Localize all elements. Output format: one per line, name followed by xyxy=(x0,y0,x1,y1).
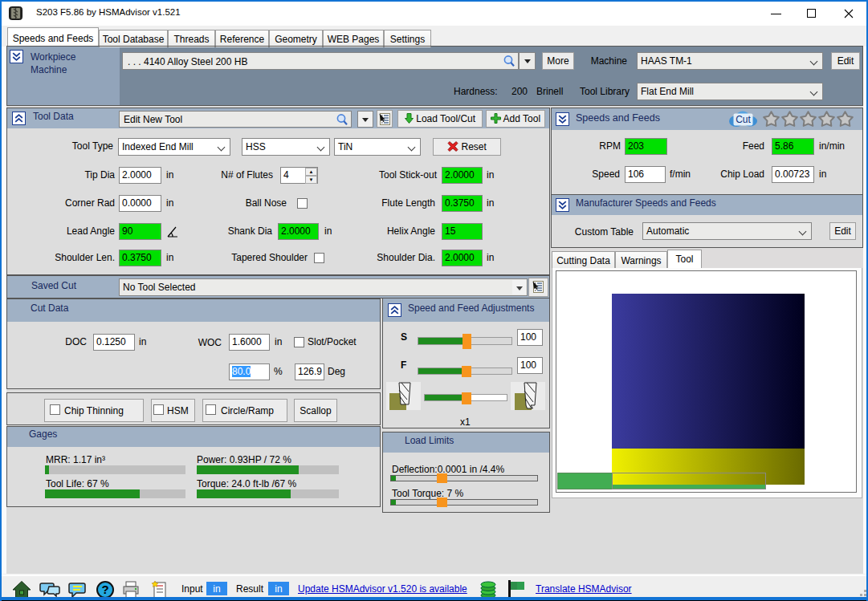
svg-text:Cut: Cut xyxy=(736,114,751,125)
svg-text:?: ? xyxy=(101,583,108,596)
